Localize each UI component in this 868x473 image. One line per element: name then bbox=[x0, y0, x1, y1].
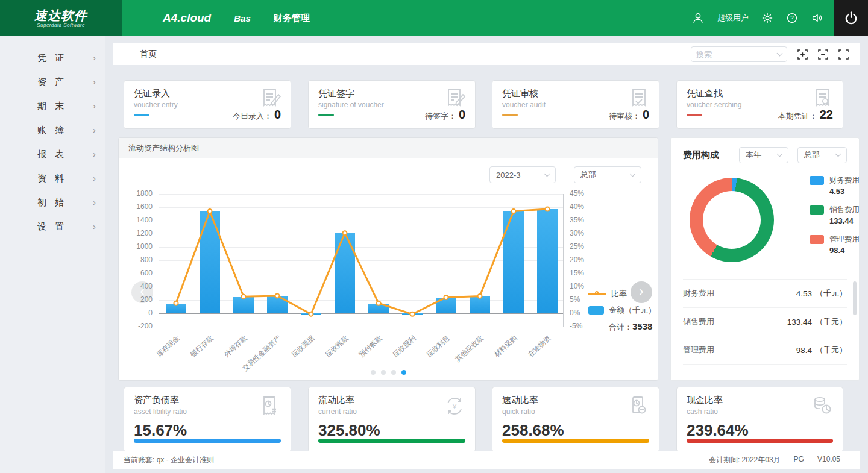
logout-power-button[interactable] bbox=[834, 0, 868, 36]
settings-gear-icon[interactable] bbox=[761, 12, 773, 24]
logo-title: 速达软件 bbox=[34, 9, 87, 22]
left-axis-tick: 200 bbox=[119, 295, 153, 304]
footer: 当前账套: qx - 企业会计准则 会计期间: 2022年03月 PG V10.… bbox=[113, 451, 860, 469]
coins-pie-icon bbox=[810, 393, 835, 419]
zoom-in-icon[interactable] bbox=[797, 49, 808, 60]
stat-label: 本期凭证： bbox=[778, 111, 817, 122]
card-title: 资产负债率 bbox=[134, 395, 179, 406]
chart-area: 2022-3 总部 比率 金额（千元） 合计：3538 bbox=[119, 158, 658, 380]
card-voucher-search[interactable]: 凭证查找 voucher serching 本期凭证：22 bbox=[676, 80, 843, 129]
sidebar-item-books[interactable]: 账 簿› bbox=[0, 118, 105, 142]
left-axis-tick: -200 bbox=[119, 322, 153, 330]
left-axis-tick: 600 bbox=[119, 269, 153, 277]
chevron-down-icon bbox=[777, 151, 783, 157]
chevron-right-icon: › bbox=[93, 190, 96, 215]
right-axis-tick: 20% bbox=[570, 255, 584, 264]
legend-item-finance[interactable]: 财务费用 4.53 bbox=[810, 175, 860, 196]
speaker-icon[interactable] bbox=[811, 11, 824, 25]
sidebar-item-settings[interactable]: 设 置› bbox=[0, 215, 105, 239]
app-root: 速达软件 Superdata Software A4.cloud Bas 财务管… bbox=[0, 0, 868, 473]
chevron-right-icon: › bbox=[93, 215, 96, 239]
left-axis-tick: 1000 bbox=[119, 242, 153, 251]
chevron-down-icon bbox=[777, 50, 783, 56]
topbar-tools bbox=[691, 46, 849, 62]
card-asset-liability-ratio[interactable]: 资产负债率 asset libility ratio 15.67% bbox=[124, 387, 291, 452]
card-voucher-entry[interactable]: 凭证录入 voucher entry 今日录入：0 bbox=[124, 80, 291, 129]
svg-text:?: ? bbox=[790, 15, 794, 22]
sidebar-item-assets[interactable]: 资 产› bbox=[0, 70, 105, 94]
nav-edition[interactable]: Bas bbox=[234, 13, 251, 23]
zoom-out-icon[interactable] bbox=[818, 49, 828, 60]
stat-label: 待签字： bbox=[425, 111, 456, 122]
right-axis-tick: 25% bbox=[570, 242, 584, 251]
chevron-right-icon: › bbox=[93, 46, 96, 70]
carousel-next-button[interactable]: › bbox=[631, 281, 652, 303]
card-voucher-audit[interactable]: 凭证审核 voucher audit 待审核：0 bbox=[492, 80, 659, 129]
expense-row-sales[interactable]: 销售费用 133.44 （千元） bbox=[683, 308, 847, 336]
card-title: 流动比率 bbox=[318, 395, 354, 406]
left-axis-tick: 400 bbox=[119, 282, 153, 290]
legend-item-sales[interactable]: 销售费用 133.44 bbox=[810, 205, 860, 225]
card-subtitle: voucher entry bbox=[134, 101, 178, 109]
right-axis-tick: 40% bbox=[570, 202, 584, 211]
right-axis-tick: 45% bbox=[570, 189, 584, 198]
progress-bar bbox=[318, 439, 465, 443]
svg-text:¥: ¥ bbox=[452, 403, 457, 410]
swatch bbox=[810, 235, 824, 244]
fullscreen-icon[interactable] bbox=[838, 49, 849, 60]
chevron-right-icon: › bbox=[93, 166, 96, 190]
period-select[interactable]: 2022-3 bbox=[489, 166, 556, 183]
help-icon[interactable]: ? bbox=[786, 12, 798, 24]
sidebar-item-period-end[interactable]: 期 末› bbox=[0, 94, 105, 118]
expense-period-select[interactable]: 本年 bbox=[739, 147, 788, 163]
card-quick-ratio[interactable]: 速动比率 quick ratio 258.68% bbox=[492, 387, 659, 452]
legend-amount[interactable]: 金额（千元） bbox=[588, 305, 656, 316]
user-icon[interactable] bbox=[691, 11, 705, 25]
expense-org-select[interactable]: 总部 bbox=[797, 147, 847, 163]
accounting-period: 会计期间: 2022年03月 bbox=[709, 455, 781, 465]
logo[interactable]: 速达软件 Superdata Software bbox=[0, 0, 122, 36]
right-axis-tick: -5% bbox=[570, 322, 582, 330]
sidebar-item-reports[interactable]: 报 表› bbox=[0, 142, 105, 166]
document-pie-icon bbox=[257, 393, 283, 419]
header-right: 超级用户 ? bbox=[691, 11, 824, 25]
right-axis-tick: 10% bbox=[570, 282, 584, 290]
accent-dash bbox=[687, 114, 702, 116]
search-input[interactable] bbox=[696, 50, 769, 59]
sidebar-item-label: 设 置 bbox=[37, 221, 67, 231]
period-select-value: 2022-3 bbox=[496, 171, 520, 180]
sidebar-item-voucher[interactable]: 凭 证› bbox=[0, 46, 105, 70]
card-cash-ratio[interactable]: 现金比率 cash ratio 239.64% bbox=[676, 387, 843, 452]
left-axis-tick: 0 bbox=[119, 309, 153, 317]
voucher-check-icon bbox=[627, 87, 651, 111]
carousel-dot[interactable] bbox=[391, 370, 396, 375]
expense-row-admin[interactable]: 管理费用 98.4 （千元） bbox=[683, 336, 847, 365]
username[interactable]: 超级用户 bbox=[717, 13, 749, 23]
right-axis-tick: 0% bbox=[570, 309, 580, 317]
chevron-right-icon: › bbox=[93, 118, 96, 142]
tab-home[interactable]: 首页 bbox=[140, 49, 157, 60]
chevron-right-icon: › bbox=[93, 70, 96, 94]
nav-module-finance[interactable]: 财务管理 bbox=[274, 13, 310, 24]
accent-dash bbox=[502, 114, 518, 116]
nav-product[interactable]: A4.cloud bbox=[163, 11, 211, 25]
legend-item-admin[interactable]: 管理费用 98.4 bbox=[810, 234, 860, 255]
currency-cycle-icon: ¥ bbox=[442, 393, 467, 419]
left-axis-tick: 800 bbox=[119, 255, 153, 264]
accent-dash bbox=[318, 114, 334, 116]
expense-period-value: 本年 bbox=[746, 149, 761, 160]
sidebar-item-initial[interactable]: 初 始› bbox=[0, 190, 105, 215]
left-axis-tick: 1400 bbox=[119, 216, 153, 224]
sidebar-item-data[interactable]: 资 料› bbox=[0, 166, 105, 190]
card-current-ratio[interactable]: 流动比率 current ratio ¥ 325.80% bbox=[308, 387, 476, 452]
org-select[interactable]: 总部 bbox=[574, 166, 641, 183]
voucher-pen-icon bbox=[443, 87, 467, 111]
stat-label: 今日录入： bbox=[233, 111, 272, 122]
scrollbar-thumb[interactable] bbox=[853, 281, 857, 315]
sidebar-item-label: 期 末 bbox=[37, 101, 67, 111]
expense-panel: 费用构成 本年 总部 财务费用 4.53 销售费用 bbox=[670, 137, 860, 381]
progress-bar bbox=[134, 439, 281, 443]
expense-row-finance[interactable]: 财务费用 4.53 （千元） bbox=[683, 280, 847, 308]
card-voucher-signature[interactable]: 凭证签字 signature of voucher 待签字：0 bbox=[308, 80, 476, 129]
card-subtitle: voucher audit bbox=[502, 101, 546, 109]
